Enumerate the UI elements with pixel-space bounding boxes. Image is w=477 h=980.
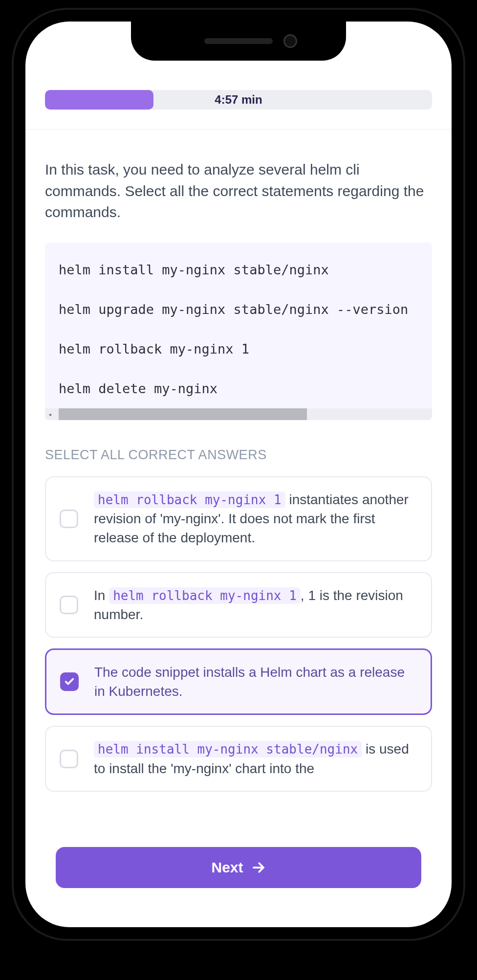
answers-list: helm rollback my-nginx 1 instantiates an… xyxy=(45,476,432,792)
checkbox[interactable] xyxy=(60,596,78,614)
notch-camera xyxy=(283,34,297,48)
answer-text: helm install my-nginx stable/nginx is us… xyxy=(94,739,417,778)
phone-notch xyxy=(131,22,346,61)
answer-text: The code snippet installs a Helm chart a… xyxy=(94,663,417,701)
question-area: In this task, you need to analyze severa… xyxy=(25,130,452,927)
progress-bar: 4:57 min xyxy=(45,90,432,110)
code-scrollbar[interactable] xyxy=(45,408,432,420)
code-scrollbar-thumb[interactable] xyxy=(59,408,307,420)
next-button-label: Next xyxy=(211,859,243,876)
app-content: 4:57 min In this task, you need to analy… xyxy=(25,22,452,927)
answer-option[interactable]: The code snippet installs a Helm chart a… xyxy=(45,648,432,715)
phone-frame: 4:57 min In this task, you need to analy… xyxy=(14,10,463,939)
notch-speaker xyxy=(204,38,273,44)
code-block[interactable]: helm install my-nginx stable/nginx helm … xyxy=(45,243,432,421)
code-content: helm install my-nginx stable/nginx helm … xyxy=(59,262,408,396)
answer-option[interactable]: helm install my-nginx stable/nginx is us… xyxy=(45,726,432,791)
progress-section: 4:57 min xyxy=(25,90,452,130)
progress-fill xyxy=(45,90,153,110)
inline-code: helm rollback my-nginx 1 xyxy=(109,587,301,604)
answers-section-label: SELECT ALL CORRECT ANSWERS xyxy=(45,447,432,463)
answer-text: In helm rollback my-nginx 1, 1 is the re… xyxy=(94,586,417,624)
check-icon xyxy=(64,676,75,687)
question-prompt: In this task, you need to analyze severa… xyxy=(45,159,432,223)
inline-code: helm install my-nginx stable/nginx xyxy=(94,741,362,757)
answer-option[interactable]: In helm rollback my-nginx 1, 1 is the re… xyxy=(45,572,432,638)
next-button[interactable]: Next xyxy=(56,847,421,888)
timer-label: 4:57 min xyxy=(215,93,262,107)
arrow-right-icon xyxy=(251,860,266,875)
checkbox[interactable] xyxy=(60,672,79,691)
inline-code: helm rollback my-nginx 1 xyxy=(94,491,285,508)
answer-text: helm rollback my-nginx 1 instantiates an… xyxy=(94,490,417,548)
checkbox[interactable] xyxy=(60,750,78,768)
phone-screen: 4:57 min In this task, you need to analy… xyxy=(25,22,452,927)
answer-option[interactable]: helm rollback my-nginx 1 instantiates an… xyxy=(45,476,432,561)
checkbox[interactable] xyxy=(60,510,78,528)
